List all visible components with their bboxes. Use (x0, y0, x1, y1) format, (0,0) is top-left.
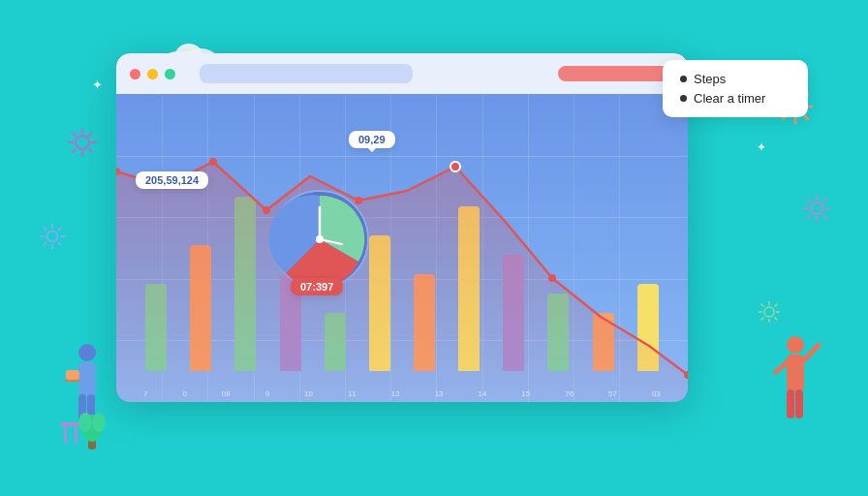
clear-timer-label: Clear a timer (694, 91, 765, 106)
x-label: 9 (265, 389, 269, 398)
svg-rect-64 (78, 362, 96, 396)
svg-line-34 (823, 199, 827, 202)
bullet-2 (680, 95, 687, 102)
x-label: 12 (391, 389, 400, 398)
svg-line-35 (807, 215, 811, 219)
clock-chart (266, 186, 373, 293)
svg-rect-77 (787, 355, 804, 391)
bar-10 (547, 294, 569, 371)
x-label: 03 (652, 389, 661, 398)
gear-icon-left-mid (39, 223, 66, 250)
data-label-397: 07:397 (291, 278, 343, 295)
svg-line-42 (775, 318, 778, 321)
svg-rect-79 (795, 389, 803, 418)
svg-line-7 (89, 133, 93, 137)
chart-area: 7 0 08 9 10 11 12 13 14 15 76 57 03 205,… (116, 94, 688, 402)
bar-7 (414, 274, 435, 371)
steps-label: Steps (694, 72, 726, 86)
svg-point-36 (764, 307, 774, 317)
browser-toolbar (116, 53, 688, 94)
svg-point-9 (47, 232, 58, 242)
bar-5 (325, 313, 346, 371)
steps-item-2: Clear a timer (680, 91, 790, 106)
bar-3 (234, 197, 256, 371)
svg-line-16 (58, 228, 62, 232)
x-label: 76 (565, 389, 574, 398)
steps-item-1: Steps (680, 72, 790, 86)
gear-icon-right-bot (758, 300, 781, 324)
svg-line-33 (823, 215, 827, 219)
browser-window: 7 0 08 9 10 11 12 13 14 15 76 57 03 205,… (116, 53, 688, 402)
gear-icon-left-top (66, 126, 99, 159)
svg-line-80 (804, 345, 819, 360)
x-label: 7 (143, 389, 147, 398)
bar-2 (190, 245, 211, 371)
svg-point-27 (811, 202, 822, 214)
svg-rect-67 (66, 370, 79, 380)
data-label-929: 09,29 (349, 131, 395, 148)
svg-point-63 (78, 344, 96, 361)
x-label: 0 (182, 389, 186, 398)
browser-dot-red[interactable] (130, 69, 140, 79)
sparkle-icon-3: ✦ (92, 78, 103, 92)
person-right (768, 333, 822, 450)
svg-rect-78 (787, 389, 794, 418)
svg-line-32 (807, 199, 811, 202)
x-label: 11 (348, 389, 356, 398)
svg-point-74 (78, 413, 92, 432)
browser-dot-yellow[interactable] (147, 69, 158, 79)
svg-line-14 (44, 228, 47, 232)
svg-line-15 (58, 242, 62, 246)
svg-line-6 (89, 149, 93, 153)
gear-icon-right-mid (802, 194, 831, 223)
sparkle-icon-2: ✦ (757, 140, 766, 154)
bar-8 (458, 206, 480, 371)
svg-line-17 (44, 242, 47, 246)
svg-rect-68 (64, 380, 79, 382)
x-label: 10 (304, 389, 313, 398)
svg-point-75 (92, 413, 106, 432)
svg-point-62 (316, 235, 324, 243)
svg-line-44 (761, 318, 764, 321)
svg-line-8 (73, 149, 77, 153)
bar-11 (593, 313, 614, 371)
svg-rect-70 (64, 426, 67, 444)
svg-line-24 (804, 115, 809, 120)
x-label: 08 (222, 389, 231, 398)
bar-1 (145, 284, 167, 371)
svg-point-76 (787, 336, 804, 354)
x-label: 57 (608, 389, 617, 398)
svg-line-43 (775, 304, 778, 307)
svg-line-41 (761, 304, 764, 307)
x-label: 15 (521, 389, 530, 398)
svg-point-0 (76, 136, 89, 149)
svg-line-81 (776, 362, 787, 372)
bullet-1 (680, 76, 687, 82)
data-label-205: 205,59,124 (136, 171, 208, 189)
x-axis: 7 0 08 9 10 11 12 13 14 15 76 57 03 (116, 389, 688, 398)
x-label: 13 (435, 389, 444, 398)
steps-tooltip: Steps Clear a timer (663, 60, 808, 117)
browser-dot-green[interactable] (165, 69, 175, 79)
browser-search-bar[interactable] (200, 64, 413, 83)
plant-icon (78, 401, 107, 450)
bar-12 (637, 284, 659, 371)
bar-9 (503, 255, 524, 371)
x-label: 14 (478, 389, 486, 398)
svg-line-5 (73, 133, 77, 137)
